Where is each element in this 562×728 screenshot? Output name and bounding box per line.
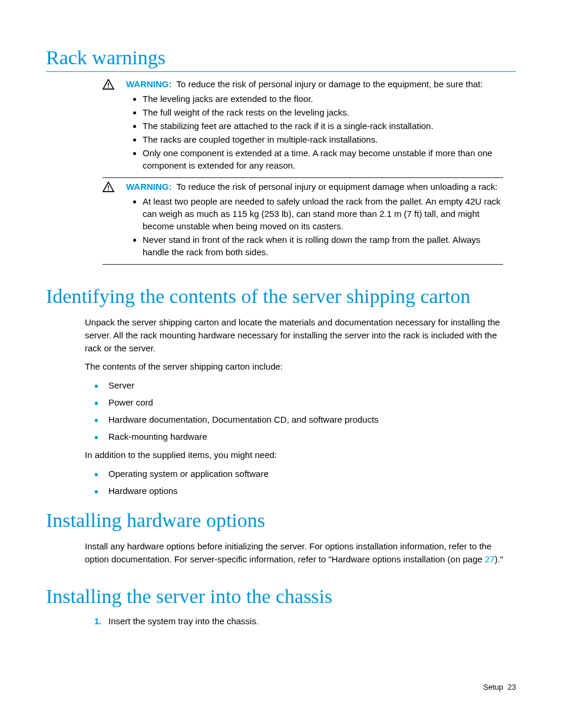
list-item: Power cord xyxy=(94,396,515,409)
list-item: The full weight of the rack rests on the… xyxy=(143,106,503,118)
list-item: Never stand in front of the rack when it… xyxy=(143,233,503,258)
contents-list: Server Power cord Hardware documentation… xyxy=(85,379,515,443)
list-item: Rack-mounting hardware xyxy=(94,430,515,443)
list-item: Server xyxy=(94,379,515,391)
svg-rect-0 xyxy=(108,83,109,86)
list-item: The leveling jacks are extended to the f… xyxy=(143,93,503,105)
page-footer: Setup 23 xyxy=(483,683,516,691)
warning-triangle-icon xyxy=(103,78,126,173)
svg-rect-2 xyxy=(108,186,109,189)
warning-body-2: WARNING: To reduce the risk of personal … xyxy=(126,180,503,259)
text-run: Install any hardware options before init… xyxy=(85,541,491,564)
list-item: At least two people are needed to safely… xyxy=(143,195,503,232)
paragraph: Install any hardware options before init… xyxy=(85,540,515,566)
warning-body-1: WARNING: To reduce the risk of personal … xyxy=(126,78,503,173)
page-xref-link[interactable]: 27 xyxy=(485,554,495,564)
warning-block-1: WARNING: To reduce the risk of personal … xyxy=(103,75,503,178)
warning-intro: To reduce the risk of personal injury or… xyxy=(176,79,482,89)
list-item: 1. Insert the system tray into the chass… xyxy=(94,615,515,627)
warning-intro: To reduce the risk of personal injury or… xyxy=(176,182,497,192)
text-run: )." xyxy=(495,554,504,564)
warning-block-2: WARNING: To reduce the risk of personal … xyxy=(103,178,503,265)
warning-label: WARNING: xyxy=(126,79,172,89)
identifying-body: Unpack the server shipping carton and lo… xyxy=(85,316,515,497)
warning-label: WARNING: xyxy=(126,182,172,192)
svg-rect-1 xyxy=(108,87,109,88)
paragraph: In addition to the supplied items, you m… xyxy=(85,449,515,462)
installing-hw-body: Install any hardware options before init… xyxy=(85,540,515,566)
install-steps: 1. Insert the system tray into the chass… xyxy=(85,615,515,627)
warning-2-list: At least two people are needed to safely… xyxy=(126,195,503,258)
svg-rect-3 xyxy=(108,189,109,190)
installing-chassis-body: 1. Insert the system tray into the chass… xyxy=(85,615,515,627)
warning-1-list: The leveling jacks are extended to the f… xyxy=(126,93,503,172)
step-text: Insert the system tray into the chassis. xyxy=(108,616,259,626)
list-item: The stabilizing feet are attached to the… xyxy=(143,120,503,132)
additional-list: Operating system or application software… xyxy=(85,467,515,497)
list-item: Operating system or application software xyxy=(94,467,515,480)
paragraph: Unpack the server shipping carton and lo… xyxy=(85,316,515,354)
list-item: Hardware options xyxy=(94,485,515,497)
list-item: The racks are coupled together in multip… xyxy=(143,133,503,146)
list-item: Hardware documentation, Documentation CD… xyxy=(94,413,515,426)
heading-installing-server-chassis: Installing the server into the chassis xyxy=(46,585,516,610)
heading-rack-warnings: Rack warnings xyxy=(46,46,516,72)
footer-page-number: 23 xyxy=(508,683,516,691)
paragraph: The contents of the server shipping cart… xyxy=(85,360,515,373)
step-number: 1. xyxy=(94,615,102,627)
list-item: Only one component is extended at a time… xyxy=(143,147,503,172)
warning-triangle-icon xyxy=(103,180,126,259)
footer-section: Setup xyxy=(483,683,503,691)
heading-identifying-contents: Identifying the contents of the server s… xyxy=(46,285,516,310)
heading-installing-hardware-options: Installing hardware options xyxy=(46,509,516,534)
